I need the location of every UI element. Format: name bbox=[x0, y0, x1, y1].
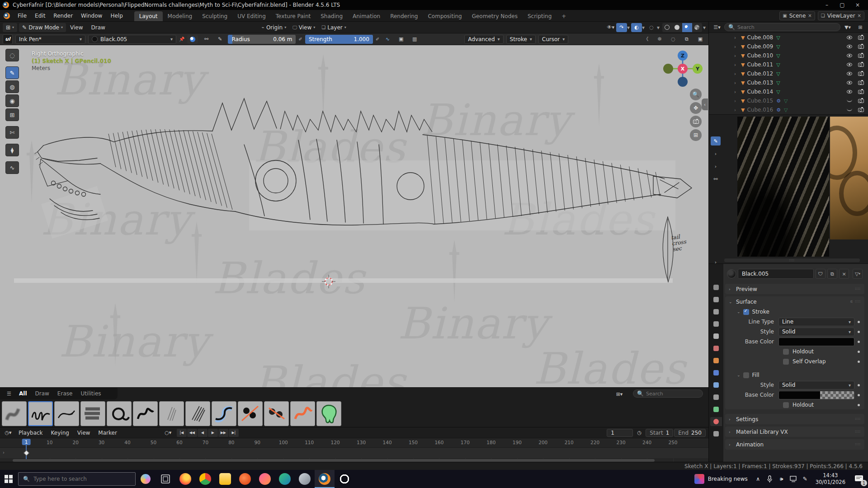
animate-dot[interactable] bbox=[858, 321, 860, 323]
ref-shelf-grip[interactable]: ∷∷ bbox=[724, 258, 860, 262]
guide-icon[interactable]: 《 bbox=[641, 35, 651, 44]
use-preview-range-icon[interactable]: ◷ bbox=[634, 428, 645, 437]
render-visibility-icon[interactable] bbox=[858, 90, 864, 94]
stroke-checkbox[interactable] bbox=[743, 309, 749, 315]
expand-arrow-icon[interactable]: › bbox=[734, 89, 739, 94]
tab-scripting[interactable]: Scripting bbox=[523, 11, 557, 21]
tab-object[interactable] bbox=[710, 356, 722, 365]
brush-tint[interactable] bbox=[316, 401, 341, 426]
prev-keyframe-button[interactable]: ◀◀ bbox=[187, 429, 197, 437]
brush-ink-pen[interactable] bbox=[28, 401, 53, 426]
view-layer-unlink-icon[interactable]: × bbox=[858, 13, 861, 18]
animate-dot[interactable] bbox=[858, 384, 860, 386]
reference-image-area[interactable]: ✎ › › ⚯ ∷∷ › bbox=[709, 114, 868, 263]
news-widget[interactable]: Breaking news bbox=[690, 470, 752, 488]
axis-z-positive[interactable]: Z bbox=[678, 51, 688, 61]
ortho-toggle-button[interactable]: ⊞ bbox=[690, 129, 702, 141]
tab-sculpting[interactable]: Sculpting bbox=[197, 11, 232, 21]
3d-viewport[interactable]: BinaryBladesBinaryBladesBinaryBladesBina… bbox=[0, 45, 708, 387]
taskbar-app-app-magenta[interactable] bbox=[255, 470, 275, 488]
next-keyframe-button[interactable]: ▶▶ bbox=[218, 429, 228, 437]
visibility-eye-icon[interactable] bbox=[847, 45, 852, 48]
camera-view-button[interactable] bbox=[690, 116, 702, 127]
taskbar-app-blender[interactable] bbox=[315, 470, 335, 488]
channel-expand-arrow[interactable]: › bbox=[3, 450, 5, 455]
render-visibility-icon[interactable] bbox=[858, 108, 864, 112]
unlink-material-icon[interactable]: × bbox=[839, 269, 849, 279]
advanced-dropdown[interactable]: Advanced▾ bbox=[464, 35, 503, 44]
tab-output[interactable] bbox=[710, 307, 722, 316]
navigation-gizmo[interactable]: Z Y X bbox=[658, 48, 708, 89]
timeline-menu-playback[interactable]: Playback bbox=[14, 428, 47, 438]
material-name-field[interactable]: Black.005 bbox=[738, 269, 814, 279]
taskbar-app-firefox[interactable] bbox=[175, 470, 195, 488]
cutter-tool[interactable]: ✄ bbox=[5, 126, 19, 139]
taskbar-app-app-circle[interactable] bbox=[335, 470, 354, 488]
start-button[interactable] bbox=[0, 470, 17, 488]
fill-brush-tool[interactable]: ◉ bbox=[5, 94, 19, 107]
expand-icon-2[interactable]: › bbox=[711, 162, 721, 171]
tab-texture-paint[interactable]: Texture Paint bbox=[271, 11, 316, 21]
expand-arrow-icon[interactable]: › bbox=[734, 71, 739, 76]
brush-tab-erase[interactable]: Erase bbox=[54, 389, 76, 398]
snowflake-icon[interactable]: ❊ bbox=[654, 35, 665, 44]
timeline-menu-marker[interactable]: Marker bbox=[94, 428, 121, 438]
menu-edit[interactable]: Edit bbox=[31, 11, 49, 21]
material-specials-icon[interactable]: ▽▾ bbox=[853, 269, 863, 279]
radius-pressure-icon[interactable]: ✐ bbox=[298, 37, 302, 42]
render-visibility-icon[interactable] bbox=[858, 45, 864, 49]
brush-pen[interactable] bbox=[133, 401, 158, 426]
render-visibility-icon[interactable] bbox=[858, 81, 864, 85]
stabilizer-icon[interactable]: ◌ bbox=[668, 35, 679, 44]
drag-grip-icon[interactable]: ∷∷ bbox=[855, 430, 861, 434]
tab-tool[interactable] bbox=[710, 283, 722, 292]
scene-selector[interactable]: ▣ Scene × bbox=[779, 11, 815, 20]
animate-dot[interactable] bbox=[858, 361, 860, 363]
tab-shading[interactable]: Shading bbox=[316, 11, 348, 21]
automerge-icon[interactable]: ⧉ bbox=[681, 35, 692, 44]
pan-button[interactable]: ✥ bbox=[690, 102, 702, 114]
minimize-button[interactable]: – bbox=[819, 0, 835, 10]
hide-viewport-icon[interactable] bbox=[847, 108, 852, 111]
maximize-button[interactable]: ▢ bbox=[835, 0, 850, 10]
tab-scene[interactable] bbox=[710, 332, 722, 341]
brush-search-input[interactable] bbox=[646, 391, 699, 397]
filter-icon[interactable]: ▼▾ bbox=[842, 23, 853, 32]
pivot-dropdown[interactable]: ⌁Origin▾ bbox=[259, 23, 289, 32]
mode-sphere-toggle[interactable] bbox=[187, 35, 198, 44]
brush-ink-pen-rough[interactable] bbox=[54, 401, 79, 426]
axis-y-positive[interactable]: Y bbox=[693, 64, 703, 74]
copy-material-icon[interactable]: ⧉ bbox=[827, 269, 837, 279]
strength-slider[interactable]: Strength 1.000 bbox=[305, 35, 373, 44]
fill-style-dropdown[interactable]: Solid▾ bbox=[778, 381, 854, 389]
animate-dot[interactable] bbox=[858, 404, 860, 406]
viewport-menu-draw[interactable]: Draw bbox=[87, 23, 109, 33]
visibility-eye-icon[interactable] bbox=[847, 36, 852, 39]
panel-settings[interactable]: ›Settings∷∷ bbox=[725, 414, 864, 424]
chain-icon[interactable]: ⚯ bbox=[201, 35, 212, 44]
outliner-row[interactable]: ›▼Cube.014▽ bbox=[709, 87, 868, 96]
volume-icon[interactable]: 🕪 bbox=[776, 476, 788, 482]
menu-file[interactable]: File bbox=[14, 11, 31, 21]
tab-rendering[interactable]: Rendering bbox=[385, 11, 423, 21]
add-workspace-button[interactable]: + bbox=[557, 11, 571, 21]
notification-center[interactable]: 1 bbox=[850, 470, 868, 488]
fake-user-shield-icon[interactable]: 🛡 bbox=[816, 269, 826, 279]
cursor-dropdown[interactable]: Cursor▾ bbox=[538, 35, 568, 44]
curve-falloff-icon[interactable]: ∿ bbox=[382, 35, 393, 44]
jump-end-button[interactable]: ▶| bbox=[229, 429, 239, 437]
tab-physics[interactable] bbox=[710, 380, 722, 389]
axis-x-positive[interactable]: X bbox=[678, 64, 688, 74]
microphone-icon[interactable] bbox=[764, 475, 776, 483]
expand-arrow-icon[interactable]: › bbox=[734, 62, 739, 67]
tab-texture[interactable] bbox=[710, 429, 722, 438]
outliner-row[interactable]: ›▼Cube.012▽ bbox=[709, 69, 868, 78]
outliner-editor-icon[interactable]: ☰▾ bbox=[712, 23, 722, 32]
shading-rendered-button[interactable] bbox=[692, 23, 702, 32]
strength-pressure-icon[interactable]: ✐ bbox=[376, 37, 379, 42]
visibility-eye-icon[interactable] bbox=[847, 72, 852, 75]
animate-dot[interactable] bbox=[858, 331, 860, 333]
sidebar-collapse-arrow[interactable]: ‹ bbox=[702, 99, 708, 110]
tint-brush-tool[interactable]: ⊞ bbox=[5, 108, 19, 121]
eyedropper-tool[interactable]: ⧫ bbox=[5, 144, 19, 156]
